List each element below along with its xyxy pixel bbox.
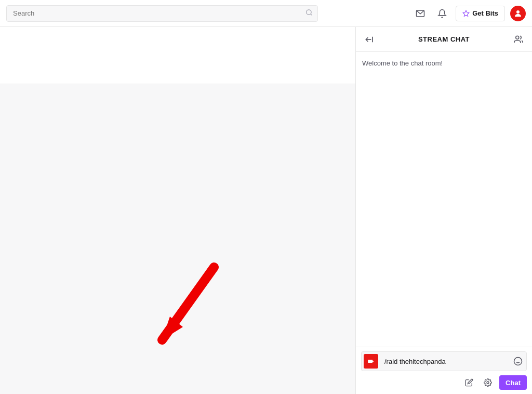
get-bits-button[interactable]: Get Bits (456, 6, 505, 21)
navbar-right: Get Bits (412, 5, 526, 22)
chat-messages: Welcome to the chat room! (356, 52, 532, 347)
svg-line-1 (311, 14, 312, 16)
chat-send-button[interactable]: Chat (499, 375, 527, 390)
annotation-arrow (121, 257, 235, 363)
search-icon (305, 9, 313, 18)
search-container (6, 5, 318, 22)
edit-icon-button[interactable] (462, 375, 476, 390)
chat-text-input[interactable] (380, 354, 510, 369)
get-bits-label: Get Bits (472, 9, 498, 17)
chat-panel: STREAM CHAT Welcome to the chat room! (355, 27, 532, 394)
below-player-area (0, 84, 355, 394)
stream-area (0, 27, 355, 394)
svg-point-0 (307, 10, 311, 15)
chat-input-area: Chat (356, 347, 532, 394)
svg-line-5 (162, 267, 214, 340)
search-input[interactable] (6, 5, 318, 22)
collapse-chat-button[interactable] (362, 32, 377, 47)
envelope-icon-button[interactable] (412, 5, 429, 22)
svg-marker-3 (463, 10, 469, 16)
chat-users-button[interactable] (511, 32, 526, 47)
chat-input-row (361, 351, 527, 371)
raid-icon (364, 354, 378, 369)
svg-marker-11 (373, 360, 374, 362)
main-content: STREAM CHAT Welcome to the chat room! (0, 27, 532, 394)
svg-rect-10 (368, 360, 373, 363)
notifications-icon-button[interactable] (434, 5, 450, 22)
video-player (0, 27, 355, 84)
settings-icon-button[interactable] (481, 375, 495, 390)
chat-title: STREAM CHAT (381, 35, 507, 43)
welcome-message: Welcome to the chat room! (362, 59, 443, 67)
svg-marker-6 (162, 317, 183, 340)
svg-point-15 (487, 382, 489, 384)
chat-actions: Chat (361, 375, 527, 390)
svg-point-12 (514, 358, 522, 365)
svg-point-9 (516, 36, 519, 39)
navbar: Get Bits (0, 0, 532, 27)
svg-point-4 (516, 10, 520, 14)
user-avatar[interactable] (510, 6, 526, 21)
emoji-button[interactable] (510, 353, 526, 370)
chat-header: STREAM CHAT (356, 27, 532, 52)
